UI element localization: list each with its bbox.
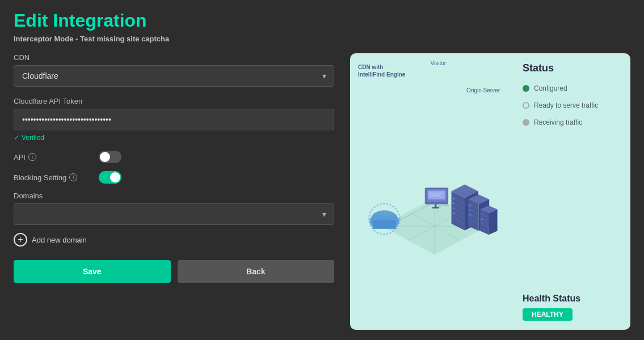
- plus-circle-icon: +: [14, 233, 27, 246]
- cdn-select-wrapper: Cloudflare AWS CloudFront Fastly Akamai …: [14, 65, 334, 87]
- domains-select-wrapper: ▾: [14, 203, 334, 225]
- page-subtitle: Interceptor Mode - Test missing site cap…: [14, 35, 630, 43]
- illustration-svg: [358, 74, 511, 330]
- blocking-toggle-thumb: [110, 172, 120, 182]
- svg-rect-16: [435, 204, 436, 207]
- status-item-configured: Configured: [523, 84, 621, 92]
- receiving-label: Receiving traffic: [534, 118, 582, 126]
- action-buttons: Save Back: [14, 260, 334, 283]
- api-label: API i: [14, 153, 93, 162]
- blocking-toggle[interactable]: [99, 171, 121, 184]
- ready-dot: [523, 102, 529, 109]
- form-panel: CDN Cloudflare AWS CloudFront Fastly Aka…: [14, 53, 334, 330]
- svg-point-47: [481, 219, 483, 220]
- cdn-label: CDN: [14, 53, 334, 62]
- health-section: Health Status HEALTHY: [523, 294, 621, 321]
- status-item-receiving: Receiving traffic: [523, 118, 621, 126]
- ready-label: Ready to serve traffic: [534, 101, 598, 109]
- page-container: Edit Integration Interceptor Mode - Test…: [0, 0, 644, 340]
- api-token-input[interactable]: [14, 109, 334, 130]
- svg-point-29: [453, 212, 454, 214]
- status-panel: CDN withIntelliFind Engine Visitor Origi…: [350, 53, 630, 330]
- save-button[interactable]: Save: [14, 260, 171, 283]
- svg-point-37: [469, 205, 471, 206]
- svg-point-46: [481, 214, 483, 215]
- domains-label: Domains: [14, 192, 334, 200]
- status-items: Configured Ready to serve traffic Receiv…: [523, 84, 621, 126]
- domains-select[interactable]: [14, 203, 334, 225]
- status-info-area: Status Configured Ready to serve traffic: [517, 53, 630, 330]
- svg-rect-17: [432, 207, 439, 209]
- configured-dot: [523, 85, 529, 92]
- svg-marker-42: [480, 209, 489, 235]
- svg-rect-8: [372, 220, 396, 229]
- receiving-dot: [523, 119, 529, 126]
- status-item-ready: Ready to serve traffic: [523, 101, 621, 109]
- status-card-content: CDN withIntelliFind Engine Visitor Origi…: [350, 53, 630, 330]
- svg-marker-20: [452, 191, 465, 230]
- visitor-label: Visitor: [430, 60, 446, 66]
- api-toggle[interactable]: [99, 151, 121, 163]
- back-button[interactable]: Back: [178, 260, 335, 283]
- svg-marker-41: [489, 209, 497, 235]
- illustration-area: CDN withIntelliFind Engine Visitor Origi…: [350, 53, 517, 330]
- configured-label: Configured: [534, 84, 567, 92]
- page-title: Edit Integration: [14, 10, 630, 31]
- cdn-select[interactable]: Cloudflare AWS CloudFront Fastly Akamai: [14, 65, 334, 87]
- origin-server-label: Origin Server: [466, 87, 500, 94]
- svg-point-27: [453, 203, 454, 205]
- verified-status: ✓ Verified: [14, 134, 334, 142]
- blocking-label: Blocking Setting i: [14, 173, 93, 182]
- health-badge: HEALTHY: [523, 308, 573, 321]
- svg-point-26: [453, 198, 454, 200]
- blocking-info-icon[interactable]: i: [69, 173, 77, 181]
- api-toggle-thumb: [100, 152, 110, 162]
- add-domain-button[interactable]: + Add new domain: [14, 233, 334, 246]
- health-title: Health Status: [523, 294, 621, 304]
- blocking-toggle-row: Blocking Setting i: [14, 171, 334, 184]
- svg-point-38: [469, 210, 471, 211]
- api-info-icon[interactable]: i: [28, 153, 36, 161]
- check-icon: ✓: [14, 134, 19, 142]
- main-content: CDN Cloudflare AWS CloudFront Fastly Aka…: [14, 53, 630, 330]
- cdn-with-label: CDN withIntelliFind Engine: [358, 63, 405, 78]
- status-title: Status: [523, 62, 621, 74]
- api-toggle-row: API i: [14, 151, 334, 163]
- svg-point-39: [469, 214, 471, 216]
- svg-point-28: [453, 207, 454, 209]
- api-token-label: Cloudflare API Token: [14, 97, 334, 105]
